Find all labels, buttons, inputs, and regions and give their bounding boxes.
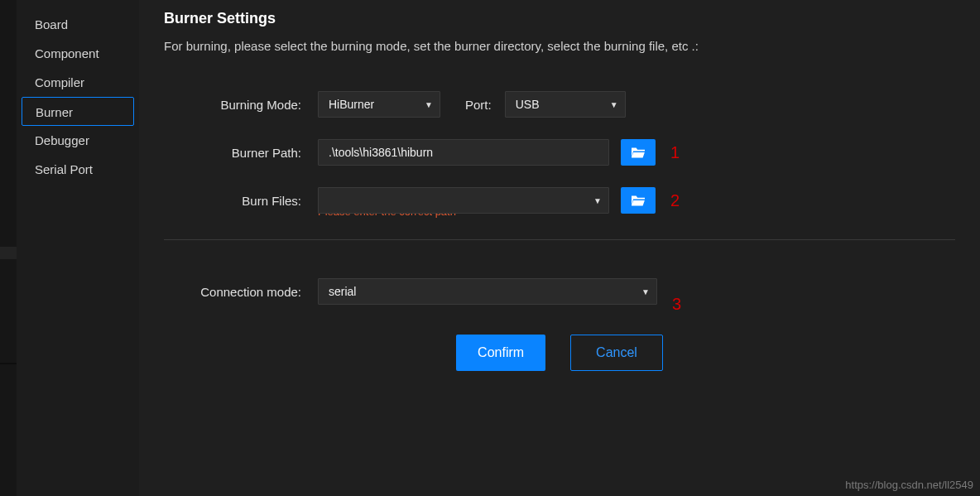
row-burning-mode: Burning Mode: HiBurner ▼ Port: USB ▼ bbox=[164, 91, 955, 118]
row-burner-path: Burner Path: 1 bbox=[164, 139, 955, 166]
left-rail-split bbox=[0, 363, 17, 364]
label-burn-files: Burn Files: bbox=[164, 194, 318, 208]
select-burning-mode-value: HiBurner bbox=[329, 98, 374, 111]
page-title: Burner Settings bbox=[164, 10, 955, 27]
folder-open-icon bbox=[630, 194, 646, 207]
sidebar-item-debugger[interactable]: Debugger bbox=[17, 126, 139, 155]
confirm-button[interactable]: Confirm bbox=[456, 335, 545, 371]
input-burner-path[interactable] bbox=[318, 139, 609, 166]
browse-burner-path-button[interactable] bbox=[621, 139, 656, 166]
sidebar-item-compiler[interactable]: Compiler bbox=[17, 68, 139, 97]
label-connection-mode: Connection mode: bbox=[164, 285, 318, 299]
select-connection-mode-value: serial bbox=[329, 285, 356, 298]
chevron-down-icon: ▼ bbox=[610, 100, 618, 109]
sidebar-item-serial-port[interactable]: Serial Port bbox=[17, 155, 139, 184]
select-connection-mode[interactable]: serial ▼ bbox=[318, 278, 657, 305]
watermark: https://blog.csdn.net/ll2549 bbox=[845, 479, 973, 491]
page-description: For burning, please select the burning m… bbox=[164, 39, 955, 53]
select-burn-files[interactable]: ▼ bbox=[318, 187, 609, 214]
label-burner-path: Burner Path: bbox=[164, 146, 318, 160]
browse-burn-files-button[interactable] bbox=[621, 187, 656, 214]
chevron-down-icon: ▼ bbox=[593, 196, 602, 205]
folder-open-icon bbox=[630, 146, 646, 159]
select-burning-mode[interactable]: HiBurner ▼ bbox=[318, 91, 440, 118]
label-burning-mode: Burning Mode: bbox=[164, 98, 318, 112]
button-row: Confirm Cancel bbox=[164, 335, 955, 371]
sidebar: Board Component Compiler Burner Debugger… bbox=[17, 0, 139, 496]
left-rail bbox=[0, 0, 17, 496]
chevron-down-icon: ▼ bbox=[425, 100, 433, 109]
annotation-2: 2 bbox=[670, 191, 680, 210]
annotation-1: 1 bbox=[670, 143, 680, 162]
form: Burning Mode: HiBurner ▼ Port: USB ▼ Bur… bbox=[164, 91, 955, 371]
divider bbox=[164, 239, 955, 240]
select-port-value: USB bbox=[516, 98, 540, 111]
sidebar-item-burner[interactable]: Burner bbox=[22, 97, 134, 126]
left-rail-marker bbox=[0, 247, 17, 259]
content: Burner Settings For burning, please sele… bbox=[139, 0, 980, 496]
sidebar-item-component[interactable]: Component bbox=[17, 39, 139, 68]
label-port: Port: bbox=[440, 98, 505, 112]
row-connection-mode: Connection mode: serial ▼ 3 bbox=[164, 278, 955, 305]
sidebar-item-board[interactable]: Board bbox=[17, 10, 139, 39]
chevron-down-icon: ▼ bbox=[641, 287, 650, 296]
select-port[interactable]: USB ▼ bbox=[505, 91, 626, 118]
cancel-button[interactable]: Cancel bbox=[570, 335, 663, 371]
annotation-3: 3 bbox=[672, 295, 681, 314]
